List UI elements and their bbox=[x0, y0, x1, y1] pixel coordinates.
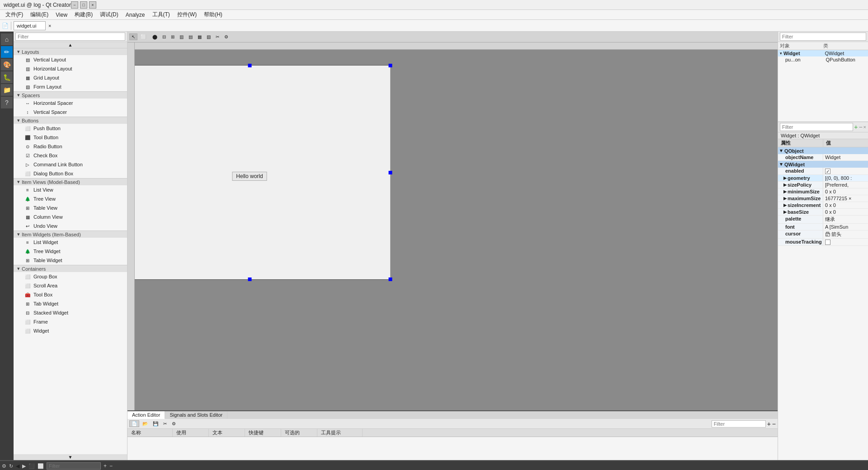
file-tab[interactable]: widget.ui × bbox=[14, 21, 46, 30]
menu-item-d[interactable]: 调试(D) bbox=[96, 10, 122, 19]
widget-item-stacked-widget[interactable]: ⊟Stacked Widget bbox=[14, 308, 127, 317]
obj-row-widget[interactable]: ▾ Widget QWidget bbox=[778, 50, 868, 56]
widget-filter-input[interactable] bbox=[15, 33, 125, 41]
log-remove-btn[interactable]: − bbox=[109, 463, 113, 469]
canvas-tool-layout-h[interactable]: ▥ bbox=[178, 34, 185, 40]
canvas-tool-layout-v[interactable]: ▤ bbox=[187, 34, 194, 40]
prop-val-cursor[interactable]: 🖆 箭头 bbox=[823, 230, 868, 238]
canvas-tool-layout-g[interactable]: ▦ bbox=[196, 34, 203, 40]
mousetracking-checkbox[interactable] bbox=[825, 240, 830, 245]
sidebar-icon-debug[interactable]: 🐛 bbox=[1, 71, 13, 83]
menu-item-t[interactable]: 工具(T) bbox=[149, 10, 174, 19]
prop-val-font[interactable]: A [SimSun bbox=[823, 224, 868, 230]
action-filter-input[interactable] bbox=[712, 420, 766, 428]
prop-val-enabled[interactable]: ✓ bbox=[823, 168, 868, 174]
tab-action-editor[interactable]: Action Editor bbox=[127, 411, 165, 419]
action-save-btn[interactable]: 💾 bbox=[151, 421, 160, 427]
maximumsize-expand[interactable]: ▶ bbox=[783, 196, 787, 201]
log-tool-btn5[interactable]: ⬜ bbox=[38, 463, 44, 469]
widget-item-tool-button[interactable]: ⬛Tool Button bbox=[14, 133, 127, 142]
widget-item-tree-view[interactable]: 🌲Tree View bbox=[14, 194, 127, 203]
widget-item-undo-view[interactable]: ↩Undo View bbox=[14, 221, 127, 230]
prop-val-minimumsize[interactable]: 0 x 0 bbox=[823, 188, 868, 195]
canvas-tool-layout-form[interactable]: ▧ bbox=[205, 34, 212, 40]
menu-item-e[interactable]: 编辑(E) bbox=[27, 10, 52, 19]
sidebar-icon-help[interactable]: ? bbox=[1, 97, 13, 108]
widget-item-form-layout[interactable]: ▧Form Layout bbox=[14, 82, 127, 91]
prop-group-qobject[interactable]: ▾ QObject bbox=[778, 147, 868, 154]
widget-item-radio-button[interactable]: ⊙Radio Button bbox=[14, 142, 127, 151]
canvas-tool-align-left[interactable]: ⬤ bbox=[151, 34, 159, 40]
section-buttons[interactable]: ▾ Buttons bbox=[14, 117, 127, 124]
prop-val-sizepolicy[interactable]: [Preferred, bbox=[823, 182, 868, 188]
prop-val-basesize[interactable]: 0 x 0 bbox=[823, 209, 868, 215]
widget-item-frame[interactable]: ⬜Frame bbox=[14, 317, 127, 326]
prop-group-qwidget[interactable]: ▾ QWidget bbox=[778, 161, 868, 168]
prop-add-btn[interactable]: + bbox=[854, 123, 858, 131]
canvas-tool-align-right[interactable]: ⊞ bbox=[169, 34, 176, 40]
sizepolicy-expand[interactable]: ▶ bbox=[783, 183, 787, 187]
log-tool-btn2[interactable]: ↻ bbox=[9, 463, 13, 469]
file-tab-close[interactable]: × bbox=[48, 23, 51, 28]
enabled-checkbox[interactable]: ✓ bbox=[825, 169, 830, 174]
action-open-btn[interactable]: 📂 bbox=[141, 421, 150, 427]
log-tool-btn3[interactable]: ▶ bbox=[22, 463, 26, 469]
sidebar-icon-welcome[interactable]: ⌂ bbox=[1, 33, 13, 45]
widget-item-scroll-area[interactable]: ⬜Scroll Area bbox=[14, 281, 127, 290]
menu-item-f[interactable]: 文件(F) bbox=[2, 10, 27, 19]
section-containers[interactable]: ▾ Containers bbox=[14, 265, 127, 272]
prop-val-objectname[interactable]: Widget bbox=[823, 154, 868, 160]
menu-item-b[interactable]: 构建(B) bbox=[71, 10, 96, 19]
section-item-views[interactable]: ▾ Item Views (Model-Based) bbox=[14, 178, 127, 185]
prop-val-maximumsize[interactable]: 16777215 × bbox=[823, 195, 868, 202]
widget-item-horizontal-layout[interactable]: ▥Horizontal Layout bbox=[14, 64, 127, 73]
handle-bm[interactable] bbox=[248, 277, 251, 281]
widget-item-column-view[interactable]: ▦Column View bbox=[14, 212, 127, 221]
minimize-button[interactable]: − bbox=[71, 1, 78, 9]
canvas-tool-break[interactable]: ✂ bbox=[214, 34, 221, 40]
minimumsize-expand[interactable]: ▶ bbox=[783, 189, 787, 194]
sidebar-icon-design[interactable]: 🎨 bbox=[1, 59, 13, 70]
action-remove-btn[interactable]: − bbox=[772, 420, 776, 428]
handle-tm[interactable] bbox=[248, 64, 251, 67]
widget-item-table-widget[interactable]: ⊞Table Widget bbox=[14, 256, 127, 265]
obj-filter-input[interactable] bbox=[780, 33, 866, 41]
prop-val-sizeincrement[interactable]: 0 x 0 bbox=[823, 202, 868, 208]
widget-item-list-widget[interactable]: ≡List Widget bbox=[14, 238, 127, 247]
widget-item-push-button[interactable]: ⬜Push Button bbox=[14, 124, 127, 133]
section-item-widgets[interactable]: ▾ Item Widgets (Item-Based) bbox=[14, 230, 127, 238]
action-cut-btn[interactable]: ✂ bbox=[161, 421, 169, 427]
log-run-btn[interactable]: ◀ bbox=[16, 463, 19, 469]
widget-item-tab-widget[interactable]: ⊞Tab Widget bbox=[14, 299, 127, 308]
widget-item-horizontal-spacer[interactable]: ↔Horizontal Spacer bbox=[14, 99, 127, 108]
widget-item-list-view[interactable]: ≡List View bbox=[14, 185, 127, 194]
widget-item-dialog-button-box[interactable]: ⬜Dialog Button Box bbox=[14, 169, 127, 178]
basesize-expand[interactable]: ▶ bbox=[783, 210, 787, 214]
section-spacers[interactable]: ▾ Spacers bbox=[14, 91, 127, 99]
sizeincrement-expand[interactable]: ▶ bbox=[783, 203, 787, 207]
menu-item-view[interactable]: View bbox=[52, 11, 71, 19]
widget-item-widget[interactable]: ⬜Widget bbox=[14, 326, 127, 335]
menu-item-w[interactable]: 控件(W) bbox=[174, 10, 200, 19]
menu-item-analyze[interactable]: Analyze bbox=[122, 11, 149, 19]
widget-item-vertical-layout[interactable]: ▤Vertical Layout bbox=[14, 55, 127, 64]
log-tool-btn4[interactable]: ⬛ bbox=[28, 463, 35, 469]
prop-remove-btn[interactable]: − bbox=[859, 123, 862, 131]
widget-item-grid-layout[interactable]: ▦Grid Layout bbox=[14, 73, 127, 82]
widget-item-vertical-spacer[interactable]: ↕Vertical Spacer bbox=[14, 108, 127, 117]
action-new-btn[interactable]: 📄 bbox=[129, 420, 139, 427]
widget-item-tool-box[interactable]: 🧰Tool Box bbox=[14, 290, 127, 299]
widget-scroll-down[interactable]: ▼ bbox=[14, 454, 127, 460]
menu-item-h[interactable]: 帮助(H) bbox=[200, 10, 226, 19]
log-add-btn[interactable]: + bbox=[104, 463, 107, 469]
sidebar-icon-edit[interactable]: ✏ bbox=[1, 46, 13, 58]
section-layouts[interactable]: ▾ Layouts bbox=[14, 48, 127, 55]
tab-signals-slots[interactable]: Signals and Slots Editor bbox=[165, 411, 227, 419]
prop-close-btn[interactable]: × bbox=[863, 124, 866, 130]
widget-item-table-view[interactable]: ⊞Table View bbox=[14, 203, 127, 212]
prop-val-mousetracking[interactable] bbox=[823, 239, 868, 245]
action-add-btn[interactable]: + bbox=[767, 420, 771, 428]
canvas-tool-align-center[interactable]: ⊟ bbox=[160, 34, 168, 40]
widget-scroll-up[interactable]: ▲ bbox=[14, 42, 127, 48]
canvas-tool-widget[interactable]: ⬜ bbox=[139, 34, 148, 40]
